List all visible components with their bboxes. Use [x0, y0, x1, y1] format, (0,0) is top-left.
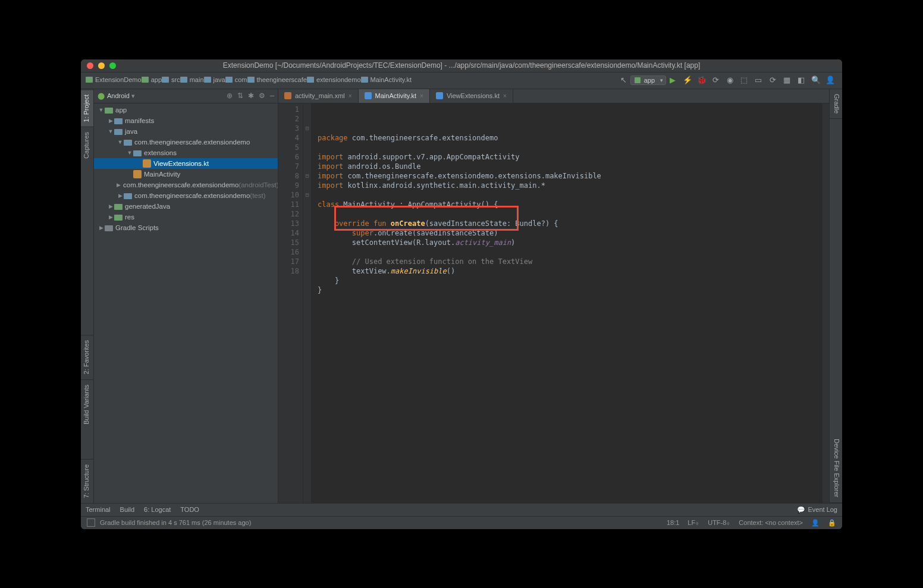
editor-tab[interactable]: activity_main.xml× [278, 89, 359, 103]
breadcrumb-item[interactable]: MainActivity.kt [361, 76, 412, 83]
toolbar-icon[interactable]: ◧ [797, 76, 805, 84]
breadcrumb-item[interactable]: main [180, 76, 204, 83]
tree-row[interactable]: ▶com.theengineerscafe.extensiondemo (and… [94, 180, 278, 190]
left-tab[interactable]: Captures [81, 127, 93, 163]
tree-twisty-icon[interactable]: ▼ [98, 107, 105, 113]
tree-twisty-icon[interactable]: ▶ [117, 182, 121, 188]
toolbar-icon[interactable]: ⟳ [711, 76, 720, 84]
run-config-select[interactable]: app [630, 76, 666, 85]
tree-twisty-icon[interactable]: ▶ [107, 118, 114, 124]
tree-twisty-icon[interactable]: ▶ [107, 203, 114, 209]
editor-tab[interactable]: MainActivity.kt× [359, 89, 430, 103]
toolbar-icon[interactable]: 🔍 [811, 76, 820, 84]
inspection-icon[interactable]: 👤 [811, 519, 820, 527]
tree-twisty-icon[interactable]: ▶ [98, 225, 105, 231]
fold-gutter[interactable]: ⊟⊟⊟ [303, 103, 312, 503]
tree-row[interactable]: ViewExtensions.kt [94, 158, 278, 169]
breadcrumb-item[interactable]: src [162, 76, 180, 83]
breadcrumb-item[interactable]: com [225, 76, 247, 83]
minimize-icon[interactable] [98, 62, 105, 69]
breadcrumb-item[interactable]: extensiondemo [307, 76, 361, 83]
panel-head-icon[interactable]: ⚙ [259, 92, 265, 100]
breadcrumb-item[interactable]: theengineerscafe [247, 76, 307, 83]
right-tool-strip: GradleDevice File Explorer [829, 89, 842, 503]
tree-row[interactable]: ▶res [94, 212, 278, 222]
tree-row[interactable]: ▶generatedJava [94, 201, 278, 212]
toolbar-icon[interactable]: ⟳ [768, 76, 777, 84]
balloon-icon: 💬 [797, 506, 805, 514]
line-ending[interactable]: LF⬨ [687, 519, 699, 526]
close-tab-icon[interactable]: × [420, 93, 423, 99]
close-tab-icon[interactable]: × [349, 93, 352, 99]
tree-twisty-icon[interactable]: ▶ [117, 193, 124, 199]
folder-icon [124, 193, 132, 199]
bottom-tab[interactable]: Terminal [86, 506, 111, 513]
tree-twisty-icon[interactable]: ▶ [107, 214, 114, 220]
toolbar-icons: ▶⚡🐞⟳◉⬚▭⟳▦◧🔍👤 [668, 76, 837, 84]
project-tree[interactable]: ▼app▶manifests▼java▼com.theengineerscafe… [94, 103, 278, 503]
tree-row[interactable]: ▼java [94, 126, 278, 137]
folder-icon [307, 77, 314, 83]
toolbar-icon[interactable]: 🐞 [697, 76, 705, 84]
folder-icon [114, 118, 123, 124]
tree-row[interactable]: ▼app [94, 105, 278, 115]
bottom-tab[interactable]: Build [120, 506, 134, 513]
breadcrumb-item[interactable]: ExtensionDemo [86, 76, 142, 83]
caret-position[interactable]: 18:1 [667, 519, 679, 526]
toolbar-icon[interactable]: ▭ [754, 76, 762, 84]
folder-icon [124, 140, 132, 146]
right-tab[interactable]: Gradle [830, 89, 842, 119]
tree-twisty-icon[interactable]: ▼ [107, 128, 114, 134]
left-tab[interactable]: 2: Favorites [81, 335, 93, 379]
bottom-tab[interactable]: TODO [180, 506, 199, 513]
status-icon[interactable] [87, 518, 95, 527]
module-icon [635, 77, 641, 83]
tree-row[interactable]: ▶Gradle Scripts [94, 222, 278, 233]
tree-row[interactable]: ▶com.theengineerscafe.extensiondemo (tes… [94, 190, 278, 201]
bottom-tab[interactable]: 6: Logcat [144, 506, 171, 513]
right-tab[interactable]: Device File Explorer [830, 434, 842, 502]
folder-icon [105, 225, 113, 231]
file-encoding[interactable]: UTF-8⬨ [708, 519, 730, 526]
toolbar-icon[interactable]: ◉ [726, 76, 734, 84]
left-tab[interactable]: Build Variants [81, 379, 93, 429]
toolbar-icon[interactable]: ▦ [783, 76, 791, 84]
toolbar-icon[interactable]: ▶ [668, 76, 677, 84]
tree-twisty-icon[interactable]: ▼ [117, 139, 124, 145]
editor-viewport[interactable]: 123456789101112131415161718 ⊟⊟⊟ package … [278, 103, 829, 503]
bottom-tabs: TerminalBuild6: LogcatTODO [86, 506, 199, 513]
toolbar-icon[interactable]: ⚡ [683, 76, 691, 84]
toolbar-icon[interactable]: 👤 [825, 76, 834, 84]
status-message: Gradle build finished in 4 s 761 ms (26 … [100, 519, 251, 526]
lock-icon[interactable]: 🔒 [828, 519, 836, 527]
left-tab[interactable]: 1: Project [81, 89, 93, 127]
sync-icon[interactable]: ↖ [620, 76, 628, 84]
close-tab-icon[interactable]: × [503, 93, 507, 99]
project-view-selector[interactable]: Android [107, 92, 135, 100]
breadcrumb-item[interactable]: app [142, 76, 162, 83]
folder-icon [247, 77, 255, 83]
left-tab[interactable]: 7: Structure [81, 459, 93, 503]
context-indicator[interactable]: Context: <no context> [739, 519, 803, 526]
folder-icon [114, 129, 123, 135]
overview-ruler[interactable] [822, 103, 829, 503]
tree-row[interactable]: ▶manifests [94, 115, 278, 126]
panel-head-icon[interactable]: ⎼ [270, 92, 274, 100]
event-log-button[interactable]: 💬 Event Log [797, 506, 837, 514]
project-panel-header[interactable]: ⬤ Android ⊕⇅✱⚙⎼ [94, 89, 278, 103]
folder-icon [204, 77, 211, 83]
breadcrumb-item[interactable]: java [204, 76, 225, 83]
panel-head-icon[interactable]: ⇅ [237, 92, 243, 100]
panel-head-icon[interactable]: ⊕ [227, 92, 233, 100]
editor-tab[interactable]: ViewExtensions.kt× [430, 89, 513, 103]
code-content[interactable]: package com.theengineerscafe.extensionde… [312, 103, 822, 503]
tree-row[interactable]: MainActivity [94, 169, 278, 180]
zoom-icon[interactable] [109, 62, 116, 69]
breadcrumb[interactable]: ExtensionDemoappsrcmainjavacomtheenginee… [86, 76, 412, 84]
panel-head-icon[interactable]: ✱ [248, 92, 254, 100]
close-icon[interactable] [87, 62, 93, 69]
tree-twisty-icon[interactable]: ▼ [126, 150, 133, 156]
toolbar-icon[interactable]: ⬚ [740, 76, 748, 84]
tree-row[interactable]: ▼com.theengineerscafe.extensiondemo [94, 137, 278, 147]
tree-row[interactable]: ▼extensions [94, 147, 278, 158]
